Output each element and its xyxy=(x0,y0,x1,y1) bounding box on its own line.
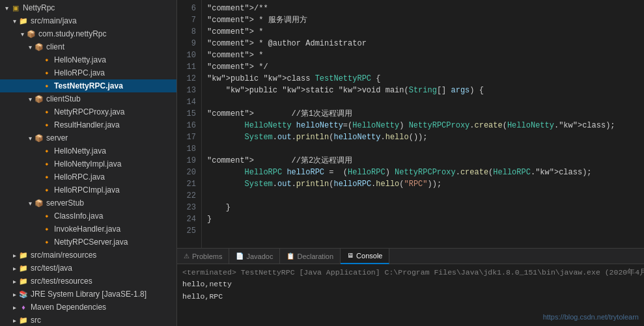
line-number: 24 xyxy=(180,213,196,225)
tree-item-label: serverStub xyxy=(46,198,84,208)
tree-item-label: com.study.nettyRpc xyxy=(38,29,106,38)
tree-item-helloNetty2[interactable]: 🔸HelloNetty.java xyxy=(0,144,176,157)
pkg-icon: 📦 xyxy=(34,43,44,51)
code-line: System.out.println(helloNetty.hello()); xyxy=(207,131,639,143)
code-content: "comment">/**"comment"> * 服务调用方"comment"… xyxy=(202,0,644,248)
tree-item-helloRPCImpl[interactable]: 🔸HelloRPCImpl.java xyxy=(0,183,176,197)
tab-console[interactable]: 🖥Console xyxy=(341,249,389,264)
line-number: 10 xyxy=(180,49,196,61)
tree-item-helloRPC2[interactable]: 🔸HelloRPC.java xyxy=(0,170,176,183)
src-icon: 📁 xyxy=(18,264,29,273)
src-icon: 📁 xyxy=(18,251,29,260)
tree-item-srcMainJava[interactable]: ▾📁src/main/java xyxy=(0,14,176,27)
code-line: System.out.println(helloRPC.hello("RPC")… xyxy=(207,178,639,190)
code-line: "kw">public "kw">static "kw">void main(S… xyxy=(207,85,639,96)
tree-item-nettyRPCProxy[interactable]: 🔸NettyRPCProxy.java xyxy=(0,105,176,118)
tree-item-serverStub[interactable]: ▾📦serverStub xyxy=(0,197,176,210)
java-icon: 🔸 xyxy=(42,160,52,169)
expand-arrow[interactable]: ▸ xyxy=(10,265,18,272)
file-tree[interactable]: ▾▣NettyRpc▾📁src/main/java▾📦com.study.net… xyxy=(0,0,177,326)
tree-item-nettyRPCServer[interactable]: 🔸NettyRPCServer.java xyxy=(0,236,176,249)
tree-item-server[interactable]: ▾📦server xyxy=(0,131,176,144)
tree-item-srcTestResources[interactable]: ▸📁src/test/resources xyxy=(0,275,176,288)
tree-item-invokeHandler[interactable]: 🔸InvokeHandler.java xyxy=(0,223,176,236)
tree-item-classInfo[interactable]: 🔸ClassInfo.java xyxy=(0,210,176,223)
expand-arrow[interactable]: ▾ xyxy=(10,18,18,25)
tab-problems[interactable]: ⚠Problems xyxy=(177,249,229,264)
tree-item-label: NettyRPCServer.java xyxy=(54,238,128,247)
line-number: 18 xyxy=(180,143,196,155)
tree-item-label: src/test/java xyxy=(31,264,72,273)
java-icon: 🔸 xyxy=(42,69,52,77)
code-line: "comment"> * xyxy=(207,26,639,38)
java-icon: 🔸 xyxy=(42,147,52,156)
tree-item-testNettyRPC[interactable]: 🔸TestNettyRPC.java xyxy=(0,79,176,92)
tree-item-helloNettyImpl[interactable]: 🔸HelloNettyImpl.java xyxy=(0,157,176,170)
tree-item-label: TestNettyRPC.java xyxy=(54,81,123,90)
tree-item-comStudyNettyRpc[interactable]: ▾📦com.study.nettyRpc xyxy=(0,27,176,40)
tree-item-label: src/test/resources xyxy=(31,277,92,286)
tree-item-label: client xyxy=(46,42,64,51)
tree-item-mavenDeps[interactable]: ▸♦Maven Dependencies xyxy=(0,301,176,314)
code-line: HelloNetty helloNetty=(HelloNetty) Netty… xyxy=(207,120,639,131)
line-numbers: 678910111213141516171819202122232425 xyxy=(177,0,202,248)
line-number: 19 xyxy=(180,155,196,167)
expand-arrow[interactable]: ▾ xyxy=(26,44,34,51)
expand-arrow[interactable]: ▾ xyxy=(26,135,34,142)
project-icon: ▣ xyxy=(10,4,21,12)
console-tab-label: Console xyxy=(356,252,382,260)
tree-item-nettyRpc[interactable]: ▾▣NettyRpc xyxy=(0,1,176,14)
line-number: 11 xyxy=(180,61,196,73)
tree-item-label: ClassInfo.java xyxy=(54,211,103,221)
declaration-tab-icon: 📋 xyxy=(287,252,294,260)
line-number: 17 xyxy=(180,131,196,143)
expand-arrow[interactable]: ▸ xyxy=(10,317,18,324)
expand-arrow[interactable]: ▸ xyxy=(10,252,18,259)
tree-item-label: src xyxy=(31,316,41,325)
expand-arrow[interactable]: ▾ xyxy=(26,200,34,207)
java-icon: 🔸 xyxy=(42,82,52,90)
line-number: 8 xyxy=(180,26,196,38)
tree-item-src2[interactable]: ▸📁src xyxy=(0,314,176,326)
tree-item-srcMainResources[interactable]: ▸📁src/main/resources xyxy=(0,249,176,262)
lib-icon: 📚 xyxy=(18,290,29,299)
expand-arrow[interactable]: ▾ xyxy=(18,31,26,38)
tree-item-label: HelloRPCImpl.java xyxy=(54,185,120,195)
expand-arrow[interactable]: ▸ xyxy=(10,304,18,311)
line-number: 23 xyxy=(180,202,196,213)
tree-item-label: Maven Dependencies xyxy=(31,303,106,312)
expand-arrow[interactable]: ▸ xyxy=(10,291,18,298)
tree-item-label: src/main/java xyxy=(31,16,77,25)
console-terminated-line: <terminated> TestNettyRPC [Java Applicat… xyxy=(182,267,639,278)
tree-item-label: NettyRPCProxy.java xyxy=(54,107,124,116)
code-editor[interactable]: 678910111213141516171819202122232425 "co… xyxy=(177,0,644,248)
tree-item-helloRPC[interactable]: 🔸HelloRPC.java xyxy=(0,66,176,79)
tree-item-jreLib[interactable]: ▸📚JRE System Library [JavaSE-1.8] xyxy=(0,288,176,301)
javadoc-tab-label: Javadoc xyxy=(246,252,273,260)
tab-javadoc[interactable]: 📄Javadoc xyxy=(229,249,280,264)
line-number: 20 xyxy=(180,167,196,178)
code-line: HelloRPC helloRPC = (HelloRPC) NettyRPCP… xyxy=(207,167,639,178)
tree-item-helloNetty[interactable]: 🔸HelloNetty.java xyxy=(0,53,176,66)
tree-item-label: HelloNetty.java xyxy=(54,55,106,64)
expand-arrow[interactable]: ▸ xyxy=(10,278,18,285)
console-output-line: hello,netty xyxy=(182,278,639,290)
java-icon: 🔸 xyxy=(42,108,52,116)
pkg-icon: 📦 xyxy=(34,199,44,208)
problems-tab-label: Problems xyxy=(192,252,222,260)
tree-item-resultHandler[interactable]: 🔸ResultHandler.java xyxy=(0,118,176,131)
expand-arrow[interactable]: ▾ xyxy=(26,96,34,103)
pkg-icon: 📦 xyxy=(34,134,44,143)
line-number: 21 xyxy=(180,178,196,190)
tree-item-label: HelloNettyImpl.java xyxy=(54,159,121,169)
tree-item-srcTestJava[interactable]: ▸📁src/test/java xyxy=(0,262,176,275)
expand-arrow[interactable]: ▾ xyxy=(3,5,10,12)
tab-declaration[interactable]: 📋Declaration xyxy=(280,249,341,264)
line-number: 14 xyxy=(180,96,196,108)
code-line: "kw">public "kw">class TestNettyRPC { xyxy=(207,73,639,85)
java-icon: 🔸 xyxy=(42,225,52,234)
tree-item-clientStub[interactable]: ▾📦clientStub xyxy=(0,92,176,105)
tree-item-label: server xyxy=(46,133,68,143)
code-line xyxy=(207,190,639,202)
tree-item-client[interactable]: ▾📦client xyxy=(0,40,176,53)
